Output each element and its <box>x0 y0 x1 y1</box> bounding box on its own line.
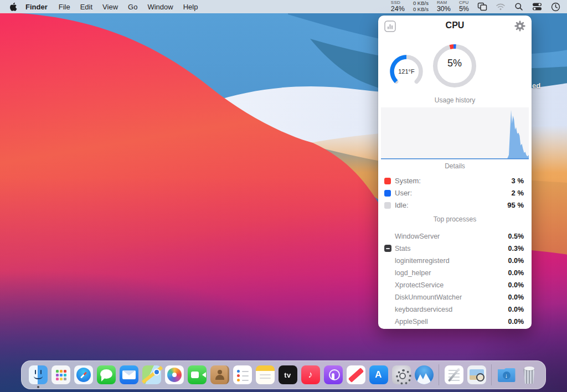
dock-icon-safari[interactable] <box>74 365 93 384</box>
process-value: 0.3% <box>508 245 524 252</box>
dock-icon-trash[interactable] <box>520 365 539 384</box>
dock-icon-podcasts[interactable] <box>324 365 343 384</box>
process-value: 0.0% <box>508 257 524 265</box>
gear-icon[interactable] <box>514 20 525 32</box>
process-row: AppleSpell0.0% <box>378 316 532 328</box>
dock-icon-messages[interactable] <box>97 365 116 384</box>
menu-finder[interactable]: Finder <box>20 3 54 11</box>
cpu-label: CPU <box>459 1 469 5</box>
process-row: Stats0.3% <box>378 243 532 255</box>
ssd-value: 24% <box>391 6 405 13</box>
panel-header: CPU <box>378 16 532 38</box>
process-value: 0.0% <box>508 281 524 289</box>
detail-value: 3 % <box>512 177 524 185</box>
process-row: WindowServer0.5% <box>378 230 532 243</box>
menu-help[interactable]: Help <box>178 3 203 11</box>
cpu-stat[interactable]: CPU 5% <box>459 1 469 13</box>
dock-icon-maps[interactable] <box>142 365 161 384</box>
process-name: logd_helper <box>395 269 431 277</box>
usage-history-label: Usage history <box>378 96 532 104</box>
music-glyph: ♪ <box>301 365 320 384</box>
ssd-label: SSD <box>391 1 400 5</box>
process-value: 0.5% <box>508 233 524 240</box>
dock-icon-launchpad[interactable] <box>51 365 70 384</box>
process-name: XprotectService <box>395 281 444 289</box>
tv-glyph: tv <box>279 365 297 384</box>
detail-label: Idle: <box>395 201 409 209</box>
process-value: 0.0% <box>508 306 524 313</box>
ram-label: RAM <box>437 1 447 5</box>
dock-divider <box>491 364 492 385</box>
desktop: ed FinderFileEditViewGoWindowHelp SSD 24… <box>0 0 567 392</box>
process-value: 0.0% <box>508 269 524 277</box>
temperature-value: 121°F <box>391 68 422 75</box>
process-row: loginitemregisterd0.0% <box>378 255 532 267</box>
ram-value: 30% <box>437 6 451 13</box>
windows-icon[interactable] <box>477 2 487 12</box>
detail-row: User:2 % <box>378 187 532 199</box>
dock-icon-photos[interactable] <box>165 365 184 384</box>
dock-icon-finder[interactable] <box>29 365 48 384</box>
menu-edit[interactable]: Edit <box>75 3 97 11</box>
control-center-icon[interactable] <box>532 2 542 12</box>
panel-title: CPU <box>378 20 532 30</box>
process-name: loginitemregisterd <box>395 257 450 265</box>
dock-icon-mail[interactable] <box>120 365 138 384</box>
process-row: logd_helper0.0% <box>378 267 532 279</box>
process-row: DiskUnmountWatcher0.0% <box>378 291 532 303</box>
net-down: 0 KB/s <box>413 7 429 13</box>
detail-label: System: <box>395 177 421 185</box>
process-name: DiskUnmountWatcher <box>395 293 462 301</box>
clock-icon[interactable] <box>550 2 560 12</box>
menu-go[interactable]: Go <box>123 3 142 11</box>
desktop-text-fragment: ed <box>532 81 540 90</box>
ssd-stat[interactable]: SSD 24% <box>391 1 405 13</box>
dock-icon-contacts[interactable] <box>210 365 229 384</box>
menu-file[interactable]: File <box>54 3 75 11</box>
detail-label: User: <box>395 189 412 197</box>
ram-stat[interactable]: RAM 30% <box>437 1 451 13</box>
dock-icon-appstore[interactable]: A <box>369 365 388 384</box>
dock-icon-music[interactable]: ♪ <box>301 365 320 384</box>
menu-bar-status-area: SSD 24% 0 KB/s 0 KB/s RAM 30% CPU 5% <box>391 1 560 13</box>
dock: tv♪A↓ <box>21 360 546 389</box>
stats-cpu-panel: CPU 121°F 5% Usage history Details Syste… <box>378 16 532 329</box>
downloads-glyph: ↓ <box>497 365 516 384</box>
dock-divider <box>439 364 439 385</box>
dock-icon-downloads[interactable]: ↓ <box>497 365 516 384</box>
process-row: XprotectService0.0% <box>378 279 532 291</box>
detail-row: Idle:95 % <box>378 199 532 212</box>
apple-menu-icon[interactable] <box>9 2 17 12</box>
process-value: 0.0% <box>508 293 524 301</box>
color-swatch <box>384 202 391 209</box>
detail-value: 2 % <box>512 189 524 197</box>
menu-view[interactable]: View <box>97 3 123 11</box>
usage-history-chart <box>381 107 529 159</box>
cpu-value: 5% <box>459 6 469 13</box>
dock-icon-facetime[interactable] <box>188 365 207 384</box>
dock-icon-reminders[interactable] <box>233 365 252 384</box>
search-icon[interactable] <box>514 2 524 12</box>
dock-icon-preview[interactable] <box>467 365 486 384</box>
wifi-icon[interactable] <box>496 2 506 12</box>
dock-icon-textedit[interactable] <box>445 365 463 384</box>
network-stat[interactable]: 0 KB/s 0 KB/s <box>413 1 429 13</box>
detail-row: System:3 % <box>378 175 532 187</box>
process-name: keyboardservicesd <box>395 306 452 313</box>
stats-app-icon <box>384 245 391 252</box>
process-row: keyboardservicesd0.0% <box>378 303 532 316</box>
top-processes-label: Top processes <box>378 215 532 223</box>
process-value: 0.0% <box>508 318 524 326</box>
dock-icon-news[interactable] <box>347 365 365 384</box>
usage-value: 5% <box>435 58 474 69</box>
menu-bar: FinderFileEditViewGoWindowHelp SSD 24% 0… <box>0 0 567 13</box>
dock-icon-notes[interactable] <box>256 365 275 384</box>
dock-icon-tv[interactable]: tv <box>279 365 297 384</box>
process-list: WindowServer0.5%Stats0.3%loginitemregist… <box>378 230 532 328</box>
details-list: System:3 %User:2 %Idle:95 % <box>378 175 532 212</box>
dock-icon-settings[interactable] <box>392 365 411 384</box>
detail-value: 95 % <box>507 201 524 209</box>
dock-icon-installer[interactable] <box>415 365 434 384</box>
details-label: Details <box>378 162 532 170</box>
menu-window[interactable]: Window <box>142 3 178 11</box>
